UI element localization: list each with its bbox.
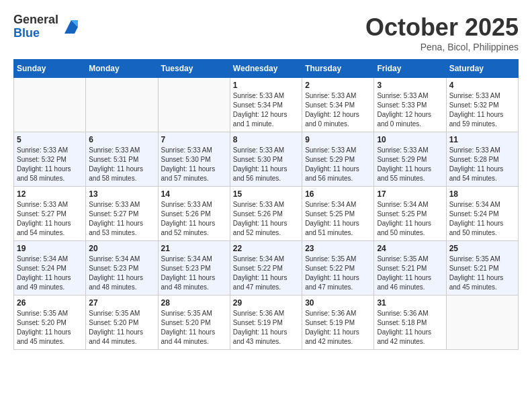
weekday-header: Friday	[374, 60, 446, 78]
day-info: Sunrise: 5:33 AM Sunset: 5:33 PM Dayligh…	[377, 91, 443, 129]
calendar-cell	[158, 78, 230, 132]
day-info: Sunrise: 5:33 AM Sunset: 5:26 PM Dayligh…	[161, 200, 227, 238]
day-info: Sunrise: 5:33 AM Sunset: 5:32 PM Dayligh…	[17, 146, 83, 183]
weekday-header: Sunday	[14, 60, 86, 78]
day-info: Sunrise: 5:33 AM Sunset: 5:32 PM Dayligh…	[449, 91, 515, 129]
calendar-cell: 15Sunrise: 5:33 AM Sunset: 5:26 PM Dayli…	[230, 187, 302, 241]
calendar-cell: 3Sunrise: 5:33 AM Sunset: 5:33 PM Daylig…	[374, 78, 446, 132]
calendar-cell	[14, 78, 86, 132]
weekday-header: Wednesday	[230, 60, 302, 78]
calendar-week-row: 12Sunrise: 5:33 AM Sunset: 5:27 PM Dayli…	[14, 187, 519, 241]
calendar-cell: 5Sunrise: 5:33 AM Sunset: 5:32 PM Daylig…	[14, 132, 86, 187]
calendar-cell: 9Sunrise: 5:33 AM Sunset: 5:29 PM Daylig…	[302, 132, 374, 187]
day-info: Sunrise: 5:36 AM Sunset: 5:19 PM Dayligh…	[233, 309, 299, 347]
day-number: 20	[89, 244, 154, 253]
day-number: 6	[89, 135, 154, 144]
calendar-cell: 31Sunrise: 5:36 AM Sunset: 5:18 PM Dayli…	[374, 295, 446, 350]
calendar-week-row: 26Sunrise: 5:35 AM Sunset: 5:20 PM Dayli…	[14, 295, 519, 350]
day-info: Sunrise: 5:33 AM Sunset: 5:34 PM Dayligh…	[233, 91, 299, 129]
calendar-cell: 10Sunrise: 5:33 AM Sunset: 5:29 PM Dayli…	[374, 132, 446, 187]
day-number: 10	[377, 135, 443, 144]
day-number: 5	[17, 135, 83, 144]
calendar-week-row: 1Sunrise: 5:33 AM Sunset: 5:34 PM Daylig…	[14, 78, 519, 132]
day-number: 14	[161, 189, 227, 199]
calendar-cell: 25Sunrise: 5:35 AM Sunset: 5:21 PM Dayli…	[446, 241, 518, 295]
day-number: 29	[233, 298, 299, 308]
calendar-cell: 29Sunrise: 5:36 AM Sunset: 5:19 PM Dayli…	[230, 295, 302, 350]
day-info: Sunrise: 5:33 AM Sunset: 5:30 PM Dayligh…	[233, 146, 299, 183]
logo: General Blue	[13, 13, 81, 40]
day-number: 1	[233, 81, 299, 90]
day-info: Sunrise: 5:34 AM Sunset: 5:25 PM Dayligh…	[377, 200, 443, 238]
calendar-cell: 21Sunrise: 5:34 AM Sunset: 5:23 PM Dayli…	[158, 241, 230, 295]
calendar-cell: 26Sunrise: 5:35 AM Sunset: 5:20 PM Dayli…	[14, 295, 86, 350]
day-number: 23	[305, 244, 371, 253]
calendar-week-row: 5Sunrise: 5:33 AM Sunset: 5:32 PM Daylig…	[14, 132, 519, 187]
day-number: 2	[305, 81, 371, 90]
day-info: Sunrise: 5:34 AM Sunset: 5:23 PM Dayligh…	[161, 255, 227, 292]
day-number: 9	[305, 135, 371, 144]
month-title: October 2025	[365, 13, 519, 42]
day-info: Sunrise: 5:33 AM Sunset: 5:34 PM Dayligh…	[305, 91, 371, 129]
calendar-cell: 22Sunrise: 5:34 AM Sunset: 5:22 PM Dayli…	[230, 241, 302, 295]
day-number: 4	[449, 81, 515, 90]
day-number: 27	[89, 298, 154, 308]
calendar-cell: 14Sunrise: 5:33 AM Sunset: 5:26 PM Dayli…	[158, 187, 230, 241]
day-number: 15	[233, 189, 299, 199]
calendar-cell: 18Sunrise: 5:34 AM Sunset: 5:24 PM Dayli…	[446, 187, 518, 241]
calendar-cell: 20Sunrise: 5:34 AM Sunset: 5:23 PM Dayli…	[86, 241, 158, 295]
day-number: 7	[161, 135, 227, 144]
day-info: Sunrise: 5:34 AM Sunset: 5:23 PM Dayligh…	[89, 255, 154, 292]
day-number: 30	[305, 298, 371, 308]
day-info: Sunrise: 5:35 AM Sunset: 5:22 PM Dayligh…	[305, 255, 371, 292]
calendar-header-row: SundayMondayTuesdayWednesdayThursdayFrid…	[14, 60, 519, 78]
day-info: Sunrise: 5:35 AM Sunset: 5:20 PM Dayligh…	[161, 309, 227, 347]
logo-blue-text: Blue	[13, 27, 58, 40]
calendar-cell: 30Sunrise: 5:36 AM Sunset: 5:19 PM Dayli…	[302, 295, 374, 350]
calendar-table: SundayMondayTuesdayWednesdayThursdayFrid…	[13, 59, 519, 350]
day-info: Sunrise: 5:34 AM Sunset: 5:25 PM Dayligh…	[305, 200, 371, 238]
day-info: Sunrise: 5:34 AM Sunset: 5:24 PM Dayligh…	[449, 200, 515, 238]
day-info: Sunrise: 5:33 AM Sunset: 5:26 PM Dayligh…	[233, 200, 299, 238]
day-number: 3	[377, 81, 443, 90]
day-number: 11	[449, 135, 515, 144]
day-info: Sunrise: 5:33 AM Sunset: 5:29 PM Dayligh…	[305, 146, 371, 183]
day-info: Sunrise: 5:33 AM Sunset: 5:27 PM Dayligh…	[89, 200, 154, 238]
weekday-header: Saturday	[446, 60, 518, 78]
calendar-cell: 2Sunrise: 5:33 AM Sunset: 5:34 PM Daylig…	[302, 78, 374, 132]
weekday-header: Monday	[86, 60, 158, 78]
calendar-cell: 11Sunrise: 5:33 AM Sunset: 5:28 PM Dayli…	[446, 132, 518, 187]
day-number: 19	[17, 244, 83, 253]
calendar-cell: 28Sunrise: 5:35 AM Sunset: 5:20 PM Dayli…	[158, 295, 230, 350]
day-number: 22	[233, 244, 299, 253]
day-number: 17	[377, 189, 443, 199]
day-number: 16	[305, 189, 371, 199]
day-info: Sunrise: 5:33 AM Sunset: 5:30 PM Dayligh…	[161, 146, 227, 183]
day-number: 8	[233, 135, 299, 144]
day-info: Sunrise: 5:33 AM Sunset: 5:31 PM Dayligh…	[89, 146, 154, 183]
location-text: Pena, Bicol, Philippines	[365, 42, 519, 52]
day-number: 13	[89, 189, 154, 199]
calendar-cell: 19Sunrise: 5:34 AM Sunset: 5:24 PM Dayli…	[14, 241, 86, 295]
day-number: 31	[377, 298, 443, 308]
calendar-cell: 16Sunrise: 5:34 AM Sunset: 5:25 PM Dayli…	[302, 187, 374, 241]
day-number: 26	[17, 298, 83, 308]
weekday-header: Thursday	[302, 60, 374, 78]
weekday-header: Tuesday	[158, 60, 230, 78]
calendar-cell: 13Sunrise: 5:33 AM Sunset: 5:27 PM Dayli…	[86, 187, 158, 241]
calendar-cell: 1Sunrise: 5:33 AM Sunset: 5:34 PM Daylig…	[230, 78, 302, 132]
calendar-cell	[446, 295, 518, 350]
calendar-cell: 7Sunrise: 5:33 AM Sunset: 5:30 PM Daylig…	[158, 132, 230, 187]
calendar-cell: 12Sunrise: 5:33 AM Sunset: 5:27 PM Dayli…	[14, 187, 86, 241]
day-info: Sunrise: 5:34 AM Sunset: 5:22 PM Dayligh…	[233, 255, 299, 292]
day-info: Sunrise: 5:35 AM Sunset: 5:21 PM Dayligh…	[377, 255, 443, 292]
calendar-cell: 17Sunrise: 5:34 AM Sunset: 5:25 PM Dayli…	[374, 187, 446, 241]
day-number: 24	[377, 244, 443, 253]
day-info: Sunrise: 5:35 AM Sunset: 5:21 PM Dayligh…	[449, 255, 515, 292]
day-info: Sunrise: 5:35 AM Sunset: 5:20 PM Dayligh…	[89, 309, 154, 347]
calendar-cell: 8Sunrise: 5:33 AM Sunset: 5:30 PM Daylig…	[230, 132, 302, 187]
day-info: Sunrise: 5:33 AM Sunset: 5:28 PM Dayligh…	[449, 146, 515, 183]
day-info: Sunrise: 5:36 AM Sunset: 5:18 PM Dayligh…	[377, 309, 443, 347]
day-number: 28	[161, 298, 227, 308]
day-number: 21	[161, 244, 227, 253]
